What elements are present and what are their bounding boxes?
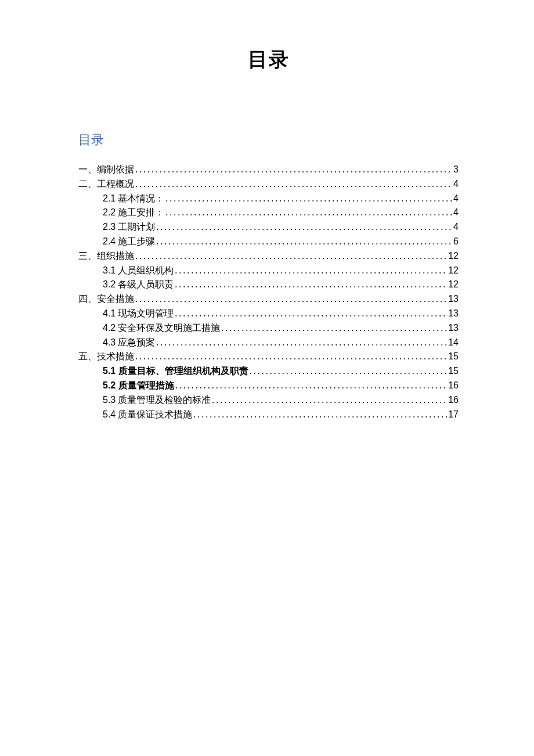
toc-text: 应急预案 (116, 337, 155, 347)
toc-leader-dots (175, 379, 448, 393)
toc-row: 四、安全措施13 (78, 292, 459, 307)
toc-number: 2.2 (103, 207, 116, 217)
toc-row: 三、组织措施12 (78, 249, 459, 264)
toc-label: 二、工程概况 (78, 177, 134, 192)
toc-text: 各级人员职责 (116, 279, 174, 289)
toc-row: 4.2 安全环保及文明施工措施13 (78, 321, 459, 336)
toc-row: 2.3 工期计划4 (78, 220, 459, 235)
toc-label: 2.3 工期计划 (103, 220, 155, 235)
toc-text: 一、编制依据 (78, 164, 134, 174)
toc-number: 4.1 (103, 308, 116, 318)
toc-row: 一、编制依据3 (78, 163, 459, 177)
toc-row: 2.2 施工安排：4 (78, 206, 459, 220)
toc-label: 5.1 质量目标、管理组织机构及职责 (103, 364, 248, 379)
toc-leader-dots (212, 393, 447, 408)
toc-row: 5.4 质量保证技术措施17 (78, 408, 459, 422)
toc-leader-dots (135, 163, 452, 177)
toc-text: 质量目标、管理组织机构及职责 (116, 366, 248, 376)
toc-label: 5.4 质量保证技术措施 (103, 408, 192, 422)
toc-leader-dots (156, 220, 452, 235)
toc-leader-dots (250, 364, 448, 379)
toc-number: 4.2 (103, 323, 116, 333)
toc-text: 施工步骤 (116, 236, 155, 246)
toc-page-number: 17 (448, 408, 459, 422)
toc-label: 四、安全措施 (78, 292, 134, 307)
main-title: 目录 (78, 46, 459, 73)
toc-page-number: 12 (448, 264, 459, 278)
toc-leader-dots (156, 336, 447, 350)
toc-label: 3.2 各级人员职责 (103, 278, 174, 292)
toc-number: 3.2 (103, 279, 116, 289)
toc-label: 5.2 质量管理措施 (103, 379, 174, 393)
toc-number: 2.1 (103, 193, 116, 203)
toc-text: 四、安全措施 (78, 294, 134, 304)
toc-leader-dots (135, 177, 452, 192)
toc-row: 2.1 基本情况：4 (78, 192, 459, 206)
toc-leader-dots (135, 249, 447, 264)
toc-leader-dots (193, 408, 447, 422)
toc-row: 4.3 应急预案14 (78, 336, 459, 350)
toc-text: 质量保证技术措施 (116, 409, 192, 419)
toc-page-number: 3 (453, 163, 459, 177)
toc-number: 5.3 (103, 395, 116, 405)
toc-section-title: 目录 (78, 131, 459, 149)
toc-page-number: 13 (448, 307, 459, 321)
toc-number: 5.2 (103, 380, 116, 390)
toc-page-number: 4 (453, 206, 459, 220)
toc-page-number: 15 (448, 350, 459, 364)
toc-row: 5.3 质量管理及检验的标准16 (78, 393, 459, 408)
toc-text: 现场文明管理 (116, 308, 174, 318)
toc-page-number: 4 (453, 220, 459, 235)
toc-leader-dots (165, 192, 452, 206)
toc-text: 三、组织措施 (78, 251, 134, 261)
toc-leader-dots (221, 321, 447, 336)
toc-text: 施工安排： (116, 207, 164, 217)
toc-row: 2.4 施工步骤6 (78, 235, 459, 249)
toc-label: 一、编制依据 (78, 163, 134, 177)
toc-number: 4.3 (103, 337, 116, 347)
toc-label: 2.2 施工安排： (103, 206, 164, 220)
toc-label: 五、技术措施 (78, 350, 134, 364)
toc-row: 3.1 人员组织机构12 (78, 264, 459, 278)
toc-leader-dots (135, 292, 447, 307)
toc-leader-dots (135, 350, 447, 364)
toc-page-number: 14 (448, 336, 459, 350)
toc-label: 2.1 基本情况： (103, 192, 164, 206)
toc-label: 2.4 施工步骤 (103, 235, 155, 249)
toc-page-number: 12 (448, 249, 459, 264)
toc-leader-dots (175, 307, 447, 321)
toc-row: 五、技术措施15 (78, 350, 459, 364)
toc-number: 5.4 (103, 409, 116, 419)
toc-label: 4.3 应急预案 (103, 336, 155, 350)
toc-page-number: 13 (448, 321, 459, 336)
toc-page-number: 4 (453, 177, 459, 192)
toc-label: 4.1 现场文明管理 (103, 307, 174, 321)
toc-text: 安全环保及文明施工措施 (116, 323, 220, 333)
toc-text: 工期计划 (116, 222, 155, 232)
toc-page-number: 13 (448, 292, 459, 307)
toc-label: 三、组织措施 (78, 249, 134, 264)
toc-number: 2.3 (103, 222, 116, 232)
toc-leader-dots (175, 278, 447, 292)
toc-number: 2.4 (103, 236, 116, 246)
toc-page-number: 16 (448, 393, 459, 408)
toc-label: 4.2 安全环保及文明施工措施 (103, 321, 220, 336)
toc-page-number: 12 (448, 278, 459, 292)
toc-number: 3.1 (103, 265, 116, 275)
toc-label: 5.3 质量管理及检验的标准 (103, 393, 211, 408)
toc-row: 3.2 各级人员职责12 (78, 278, 459, 292)
toc-number: 5.1 (103, 366, 116, 376)
toc-text: 二、工程概况 (78, 179, 134, 189)
toc-row: 4.1 现场文明管理13 (78, 307, 459, 321)
toc-page-number: 15 (448, 364, 459, 379)
toc-leader-dots (156, 235, 452, 249)
toc-row: 5.2 质量管理措施16 (78, 379, 459, 393)
toc-row: 5.1 质量目标、管理组织机构及职责15 (78, 364, 459, 379)
toc-page-number: 6 (453, 235, 459, 249)
toc-leader-dots (165, 206, 452, 220)
toc-label: 3.1 人员组织机构 (103, 264, 174, 278)
toc-leader-dots (175, 264, 447, 278)
toc-text: 基本情况： (116, 193, 164, 203)
toc-text: 人员组织机构 (116, 265, 174, 275)
toc-text: 质量管理及检验的标准 (116, 395, 211, 405)
